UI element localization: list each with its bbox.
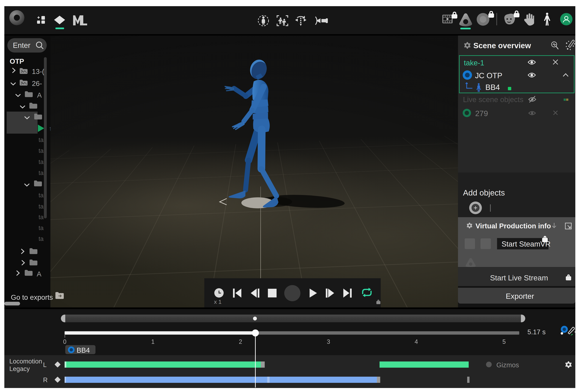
svg-text:t: t — [50, 125, 50, 132]
svg-text:ta: ta — [38, 192, 44, 199]
svg-text:ta: ta — [38, 203, 44, 210]
svg-text:A: A — [37, 91, 42, 99]
svg-text:13-(: 13-( — [32, 68, 44, 75]
svg-text:26-: 26- — [32, 80, 42, 88]
svg-text:ta: ta — [38, 224, 44, 231]
svg-text:ta: ta — [38, 147, 44, 154]
svg-text:ta: ta — [38, 214, 44, 220]
svg-text:ta: ta — [38, 170, 44, 176]
svg-text:ta: ta — [38, 136, 44, 143]
svg-text:ta: ta — [38, 158, 44, 165]
svg-text:ta: ta — [38, 235, 44, 242]
svg-text:A: A — [37, 270, 41, 278]
